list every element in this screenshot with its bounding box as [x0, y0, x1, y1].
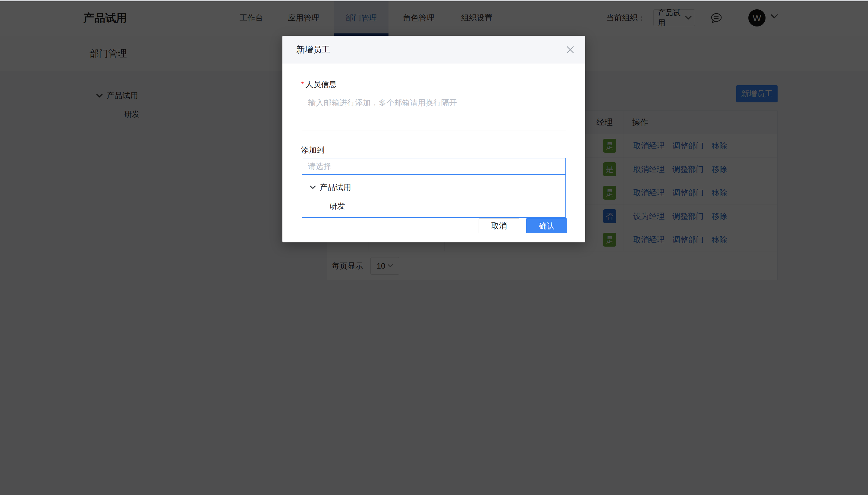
chevron-down-icon [310, 185, 316, 190]
tree-option-root[interactable]: 产品试用 [302, 178, 566, 196]
add-to-label: 添加到 [301, 145, 325, 155]
confirm-button[interactable]: 确认 [526, 218, 567, 233]
department-select-input[interactable] [302, 158, 566, 174]
tree-option-child[interactable]: 研发 [302, 197, 566, 215]
member-info-label: *人员信息 [301, 79, 337, 90]
page: 产品试用 工作台 应用管理 部门管理 角色管理 组织设置 当前组织： 产品试用 … [0, 0, 868, 495]
modal-header: 新增员工 [282, 36, 585, 64]
tree-option-label: 产品试用 [320, 182, 351, 193]
department-tree-select: 产品试用 研发 [302, 158, 566, 218]
member-email-textarea[interactable] [302, 92, 566, 130]
cancel-button[interactable]: 取消 [479, 218, 519, 233]
tree-option-label: 研发 [329, 201, 345, 211]
member-info-label-text: 人员信息 [305, 80, 337, 89]
required-asterisk: * [301, 80, 304, 89]
window-top-edge [0, 0, 868, 1]
select-divider [302, 174, 566, 175]
close-icon[interactable] [565, 44, 576, 55]
modal-title: 新增员工 [296, 36, 330, 64]
add-employee-modal: 新增员工 *人员信息 添加到 产品试用 研发 取消 确认 [282, 36, 585, 242]
